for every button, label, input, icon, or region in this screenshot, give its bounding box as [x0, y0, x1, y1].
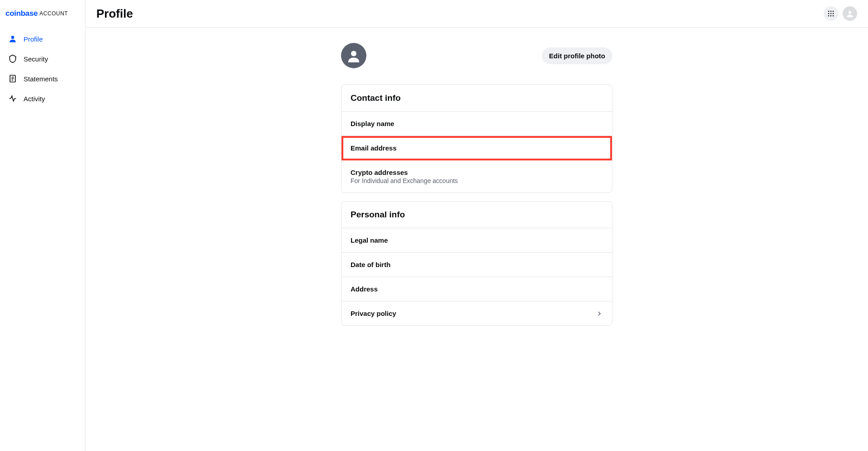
- grid-icon: [828, 10, 834, 17]
- profile-photo-row: Edit profile photo: [341, 43, 612, 68]
- personal-info-card: Personal info Legal name Date of birth A…: [341, 201, 612, 326]
- header-right: [824, 6, 857, 21]
- row-email-address[interactable]: Email address: [342, 136, 612, 160]
- row-crypto-addresses[interactable]: Crypto addresses For Individual and Exch…: [342, 160, 612, 193]
- edit-profile-photo-button[interactable]: Edit profile photo: [542, 47, 612, 64]
- svg-point-5: [828, 11, 830, 12]
- apps-button[interactable]: [824, 6, 838, 21]
- row-label: Date of birth: [351, 261, 390, 268]
- avatar-button[interactable]: [843, 6, 857, 21]
- person-icon: [845, 9, 854, 18]
- svg-point-0: [11, 36, 14, 39]
- svg-point-11: [828, 15, 830, 17]
- contact-info-card: Contact info Display name Email address …: [341, 85, 612, 193]
- svg-point-9: [830, 13, 832, 14]
- svg-point-14: [849, 11, 852, 14]
- content: Edit profile photo Contact info Display …: [85, 28, 868, 451]
- sidebar-item-activity[interactable]: Activity: [0, 89, 85, 108]
- card-header-personal: Personal info: [342, 202, 612, 228]
- document-icon: [8, 74, 17, 83]
- sidebar-item-statements[interactable]: Statements: [0, 69, 85, 89]
- row-label: Privacy policy: [351, 310, 396, 317]
- profile-photo: [341, 43, 366, 68]
- logo[interactable]: coinbase ACCOUNT: [0, 5, 85, 29]
- card-header-contact: Contact info: [342, 85, 612, 112]
- logo-brand: coinbase: [5, 9, 38, 18]
- row-display-name[interactable]: Display name: [342, 112, 612, 136]
- content-inner: Edit profile photo Contact info Display …: [341, 43, 612, 436]
- svg-point-13: [833, 15, 834, 17]
- main: Profile Edit profile photo Contact info: [85, 0, 868, 451]
- svg-point-15: [351, 51, 356, 56]
- shield-icon: [8, 54, 17, 63]
- svg-point-6: [830, 11, 832, 12]
- svg-point-12: [830, 15, 832, 17]
- activity-icon: [8, 94, 17, 103]
- row-label: Display name: [351, 120, 394, 127]
- svg-point-7: [833, 11, 834, 12]
- sidebar-item-label: Activity: [24, 95, 45, 103]
- chevron-right-icon: [596, 310, 603, 317]
- row-legal-name[interactable]: Legal name: [342, 228, 612, 253]
- sidebar-item-label: Security: [24, 55, 48, 63]
- row-date-of-birth[interactable]: Date of birth: [342, 253, 612, 277]
- page-title: Profile: [96, 7, 133, 21]
- row-sublabel: For Individual and Exchange accounts: [351, 177, 458, 184]
- sidebar-item-label: Statements: [24, 75, 58, 83]
- sidebar-item-profile[interactable]: Profile: [0, 29, 85, 49]
- sidebar-item-security[interactable]: Security: [0, 49, 85, 69]
- row-address[interactable]: Address: [342, 277, 612, 301]
- row-privacy-policy[interactable]: Privacy policy: [342, 301, 612, 325]
- header: Profile: [85, 0, 868, 28]
- svg-point-8: [828, 13, 830, 14]
- row-label: Address: [351, 285, 378, 293]
- row-label: Crypto addresses: [351, 169, 458, 176]
- row-label: Legal name: [351, 236, 388, 244]
- sidebar-item-label: Profile: [24, 35, 43, 43]
- svg-point-10: [833, 13, 834, 14]
- person-icon: [8, 34, 17, 43]
- row-label: Email address: [351, 144, 397, 152]
- person-icon: [346, 47, 362, 64]
- logo-suffix: ACCOUNT: [39, 10, 68, 17]
- sidebar: coinbase ACCOUNT Profile Security Statem…: [0, 0, 85, 451]
